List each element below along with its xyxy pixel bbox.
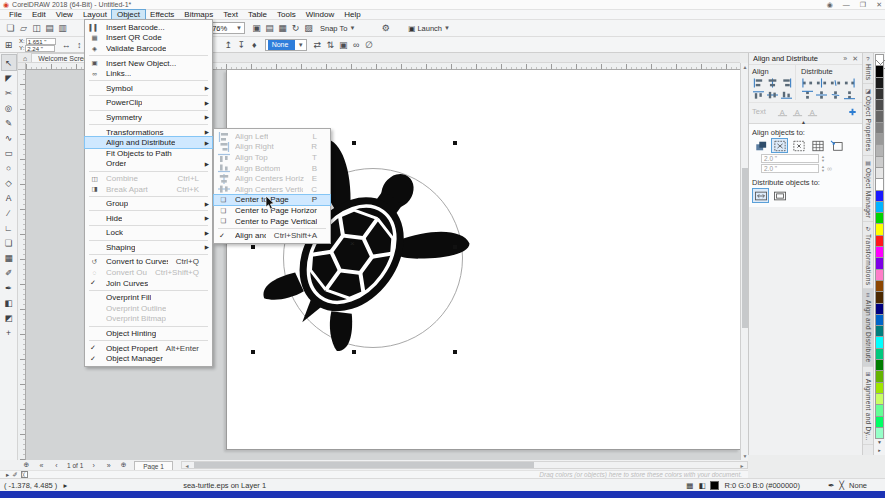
- options-gear-icon[interactable]: ⚙: [379, 22, 392, 35]
- menu-item-object-hinting[interactable]: Object Hinting: [85, 328, 212, 339]
- align-center-h-icon[interactable]: [766, 77, 779, 88]
- distribute-top-icon[interactable]: [801, 89, 814, 100]
- menu-edit[interactable]: Edit: [27, 10, 51, 20]
- mirror-h-icon[interactable]: ⇄: [311, 38, 324, 51]
- distribute-center-h-icon[interactable]: [815, 77, 828, 88]
- menu-item-align-and-distribute[interactable]: Align and Distribute▶: [85, 137, 212, 148]
- menu-item-insert-barcode[interactable]: ▍▍Insert Barcode...: [85, 22, 212, 33]
- distribute-left-icon[interactable]: [801, 77, 814, 88]
- horizontal-scrollbar[interactable]: ◄ ►: [181, 461, 748, 469]
- y-position-field[interactable]: 2.24 ": [25, 45, 55, 52]
- y-spinner[interactable]: ▲▼: [821, 165, 825, 173]
- no-color-swatch[interactable]: [21, 471, 28, 478]
- vertical-scrollbar[interactable]: ▲ ▼: [740, 63, 748, 460]
- align-center-v-icon[interactable]: [766, 89, 779, 100]
- menu-item-center-to-page-vertically[interactable]: ❏Center to Page Vertically: [214, 216, 330, 227]
- menu-item-insert-new-object[interactable]: ▣Insert New Object...: [85, 58, 212, 69]
- save-icon[interactable]: ◫: [30, 22, 43, 35]
- ellipse-tool[interactable]: ○: [2, 160, 16, 175]
- selection-handle[interactable]: [453, 350, 457, 354]
- freehand-tool[interactable]: ✎: [2, 115, 16, 130]
- horizontal-scroll-thumb[interactable]: [194, 462, 534, 468]
- menu-item-insert-qr-code[interactable]: ▦Insert QR Code: [85, 33, 212, 44]
- launch-button[interactable]: ▣ Launch ▼: [408, 24, 450, 33]
- docker-tab-object-properties[interactable]: ◪Object Properties: [863, 84, 874, 155]
- shape-tool[interactable]: ◤: [2, 70, 16, 85]
- menu-window[interactable]: Window: [301, 10, 339, 20]
- menu-item-join-curves[interactable]: ✓Join Curves: [85, 278, 212, 289]
- extent-of-selection-icon[interactable]: [752, 188, 769, 203]
- docker-tab-align-and-distribute[interactable]: ≡Align and Distribute: [863, 289, 874, 366]
- preview-icon[interactable]: ↻: [289, 22, 302, 35]
- palette-flyout-icon[interactable]: ▸: [875, 446, 884, 454]
- menu-item-overprint-fill[interactable]: Overprint Fill: [85, 292, 212, 303]
- rectangle-tool[interactable]: ▭: [2, 145, 16, 160]
- snap-to-button[interactable]: Snap To▼: [320, 24, 355, 33]
- selection-handle[interactable]: [251, 245, 255, 249]
- grid-icon[interactable]: [809, 138, 826, 153]
- fill-color-swatch[interactable]: [710, 481, 719, 490]
- page-tab[interactable]: Page 1: [134, 461, 173, 470]
- menu-item-object-manager[interactable]: ✓Object Manager: [85, 353, 212, 364]
- selection-handle[interactable]: [453, 245, 457, 249]
- interactive-fill-tool[interactable]: ◩: [2, 310, 16, 325]
- align-point-plus-icon[interactable]: [846, 106, 859, 117]
- dimension-tool[interactable]: ∕: [2, 205, 16, 220]
- menu-item-transformations[interactable]: Transformations▶: [85, 127, 212, 138]
- active-objects-icon[interactable]: [752, 138, 769, 153]
- account-icon[interactable]: ◉: [827, 1, 833, 9]
- ruler-origin[interactable]: [18, 63, 26, 70]
- to-front-icon[interactable]: ↥: [222, 38, 235, 51]
- size-width-icon[interactable]: ↔: [60, 38, 73, 51]
- x-spinner[interactable]: ▲▼: [821, 155, 825, 163]
- docker-collapse-icon[interactable]: »: [843, 55, 847, 63]
- link-values-icon[interactable]: ∞: [827, 165, 832, 172]
- x-position-field[interactable]: 1.651 ": [26, 38, 56, 45]
- menu-layout[interactable]: Layout: [78, 10, 112, 20]
- minimize-button[interactable]: —: [843, 1, 850, 8]
- align-right-icon[interactable]: [780, 77, 793, 88]
- selection-handle[interactable]: [251, 350, 255, 354]
- drop-shadow-tool[interactable]: ❏: [2, 235, 16, 250]
- distribute-right-icon[interactable]: [843, 77, 856, 88]
- text-bounding-icon[interactable]: A: [806, 106, 819, 117]
- flyout-arrow-icon[interactable]: ▸: [63, 481, 67, 490]
- docker-close-icon[interactable]: ✕: [852, 55, 858, 63]
- docker-tab-alignment-and-dy[interactable]: ⊞Alignment and Dy...: [863, 367, 874, 445]
- vertical-ruler[interactable]: [18, 70, 26, 460]
- menu-tools[interactable]: Tools: [272, 10, 301, 20]
- scroll-right-icon[interactable]: ►: [738, 462, 746, 470]
- distribute-spacing-h-icon[interactable]: [829, 77, 842, 88]
- selection-handle[interactable]: [352, 141, 356, 145]
- align-bottom-icon[interactable]: [780, 89, 793, 100]
- docker-tab-hints[interactable]: ?Hints: [863, 53, 874, 84]
- print-icon[interactable]: ▤: [43, 22, 56, 35]
- menu-item-convert-to-curves[interactable]: ↺Convert to CurvesCtrl+Q: [85, 257, 212, 268]
- menu-item-links[interactable]: ∞Links...: [85, 68, 212, 79]
- new-document-icon[interactable]: ❏: [4, 22, 17, 35]
- pick-tool[interactable]: ↖: [2, 55, 16, 70]
- page-edge-icon[interactable]: [771, 138, 788, 153]
- text-baseline-icon[interactable]: A: [791, 106, 804, 117]
- distribute-spacing-v-icon[interactable]: [829, 89, 842, 100]
- align-top-icon[interactable]: [752, 89, 765, 100]
- menu-item-object-properties[interactable]: ✓Object PropertiesAlt+Enter: [85, 343, 212, 354]
- menu-view[interactable]: View: [51, 10, 78, 20]
- import-icon[interactable]: ▨: [302, 22, 315, 35]
- paste-icon[interactable]: ▥: [56, 22, 69, 35]
- scroll-left-icon[interactable]: ◄: [183, 462, 191, 470]
- open-icon[interactable]: ▱: [17, 22, 30, 35]
- menu-item-group[interactable]: Group▶: [85, 198, 212, 209]
- customize-tool[interactable]: +: [2, 325, 16, 340]
- docker-tab-transformations[interactable]: ↻Transformations: [863, 222, 874, 289]
- text-tool[interactable]: A: [2, 190, 16, 205]
- distribute-center-v-icon[interactable]: [815, 89, 828, 100]
- align-y-field[interactable]: 2.0 ": [761, 164, 819, 173]
- menu-item-powerclip[interactable]: PowerClip▶: [85, 98, 212, 109]
- menu-item-hide[interactable]: Hide▶: [85, 213, 212, 224]
- menu-text[interactable]: Text: [218, 10, 243, 20]
- to-back-icon[interactable]: ↧: [235, 38, 248, 51]
- distribute-bottom-icon[interactable]: [843, 89, 856, 100]
- home-icon[interactable]: ⌂: [20, 55, 30, 62]
- connector-tool[interactable]: ∟: [2, 220, 16, 235]
